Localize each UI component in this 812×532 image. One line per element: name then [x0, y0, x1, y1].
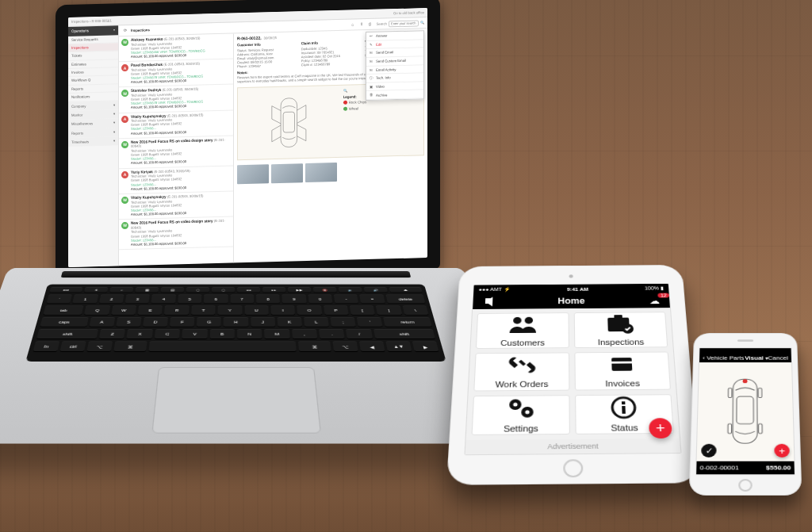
key[interactable]: ▤: [161, 287, 185, 293]
key[interactable]: O: [297, 305, 323, 315]
key[interactable]: ⌥: [332, 341, 358, 351]
key[interactable]: ⌥: [87, 341, 113, 351]
key[interactable]: ◀: [359, 341, 385, 351]
key[interactable]: ☼: [109, 287, 133, 293]
key[interactable]: M: [264, 329, 289, 339]
key[interactable]: fn: [33, 341, 59, 351]
key[interactable]: C: [155, 329, 181, 339]
key[interactable]: X: [127, 329, 153, 339]
key[interactable]: T: [191, 305, 216, 315]
back-button[interactable]: [477, 297, 499, 308]
upload-icon[interactable]: ⇪: [358, 21, 364, 27]
tile-settings[interactable]: Settings: [472, 395, 570, 435]
list-item[interactable]: WVitaliy Kupchynskyy (E-201-00543, 30/09…: [119, 191, 233, 220]
key[interactable]: 2: [99, 294, 124, 304]
key[interactable]: Y: [218, 305, 242, 315]
key[interactable]: ⌘: [298, 341, 331, 351]
phone-home-button[interactable]: [738, 479, 753, 492]
tile-invoices[interactable]: Invoices: [574, 352, 671, 390]
home-icon[interactable]: ⌂: [350, 21, 355, 27]
back-button[interactable]: ‹ Vehicle Parts: [703, 354, 744, 361]
search-input[interactable]: [389, 20, 419, 27]
magnifier-icon[interactable]: 🔍: [343, 89, 347, 94]
list-item[interactable]: WNew 2016 Ford Focus RS on video design …: [119, 136, 233, 169]
list-item[interactable]: WAleksey Kuznenko (E-201-00543, 30/09/15…: [119, 33, 233, 62]
nav-title[interactable]: Visual: [745, 354, 768, 361]
key[interactable]: 🔊: [363, 287, 387, 293]
vehicle-diagram[interactable]: ✓ +: [697, 362, 795, 461]
key[interactable]: \: [402, 305, 428, 315]
key[interactable]: K: [277, 317, 302, 327]
laptop-keyboard[interactable]: esc☀☼▦▤◌◌◂◂▸▸▶▶🔇🔉🔊⏏`1234567890-=deleteta…: [25, 285, 446, 362]
key[interactable]: .: [319, 329, 345, 339]
menu-item-archive[interactable]: 🗑Archive: [366, 90, 423, 101]
print-icon[interactable]: ⎙: [367, 21, 373, 27]
key[interactable]: esc: [49, 287, 82, 293]
key[interactable]: [148, 341, 297, 351]
key[interactable]: ]: [376, 305, 402, 315]
key[interactable]: W: [111, 305, 136, 315]
key[interactable]: 6: [204, 294, 228, 304]
tablet-home-button[interactable]: [563, 459, 583, 477]
key[interactable]: ;: [331, 317, 356, 327]
key[interactable]: [: [350, 305, 375, 315]
thumbnail[interactable]: [305, 163, 337, 182]
key[interactable]: B: [209, 329, 235, 339]
key[interactable]: G: [197, 317, 221, 327]
list-item[interactable]: WNew 2016 Ford Focus RS on video design …: [119, 216, 233, 250]
key[interactable]: P: [324, 305, 349, 315]
key[interactable]: /: [347, 329, 373, 339]
key[interactable]: F: [170, 317, 195, 327]
search-icon[interactable]: 🔍: [420, 21, 424, 25]
sync-button[interactable]: ☁12: [643, 296, 665, 306]
key[interactable]: `: [46, 294, 72, 304]
key[interactable]: ctrl: [59, 341, 86, 351]
sidebar-section-timesheets[interactable]: Timesheets▾: [68, 136, 118, 147]
key[interactable]: S: [116, 317, 141, 327]
key[interactable]: Q: [84, 305, 110, 315]
key[interactable]: 🔇: [313, 287, 337, 293]
key[interactable]: ▶: [412, 341, 439, 351]
list-item[interactable]: WStanislav Dudnyk (E-201-00543, 30/09/15…: [119, 85, 233, 113]
key[interactable]: ▶▶: [288, 287, 312, 293]
key[interactable]: 3: [125, 294, 150, 304]
inspection-list[interactable]: WAleksey Kuznenko (E-201-00543, 30/09/15…: [119, 33, 234, 266]
key[interactable]: E: [138, 305, 163, 315]
thumbnail[interactable]: [237, 164, 269, 184]
key[interactable]: ◌: [212, 287, 235, 293]
key[interactable]: ☀: [84, 287, 108, 293]
key[interactable]: ▲▼: [385, 341, 412, 351]
key[interactable]: shift: [36, 329, 98, 339]
key[interactable]: N: [237, 329, 262, 339]
key[interactable]: ◌: [186, 287, 209, 293]
key[interactable]: ': [357, 317, 383, 327]
key[interactable]: A: [89, 317, 115, 327]
key[interactable]: 7: [230, 294, 254, 304]
old-backoffice-link[interactable]: Go to old back office: [393, 10, 424, 15]
list-item[interactable]: AVitaliy Kupchynskyy (E-201-00543, 30/09…: [119, 110, 233, 139]
fab-add-button[interactable]: +: [649, 418, 672, 438]
action-menu[interactable]: ↩Answer✎Edit✉Send Email✉Send Custom Emai…: [366, 30, 424, 101]
key[interactable]: return: [384, 317, 432, 327]
tile-inspections[interactable]: Inspections: [574, 312, 668, 348]
key[interactable]: ⌘: [114, 341, 147, 351]
key[interactable]: ⏏: [389, 287, 422, 293]
key[interactable]: J: [251, 317, 275, 327]
key[interactable]: D: [143, 317, 168, 327]
tile-customers[interactable]: Customers: [476, 312, 569, 349]
key[interactable]: 0: [308, 294, 332, 304]
key[interactable]: 5: [178, 294, 202, 304]
key[interactable]: =: [359, 294, 385, 304]
key[interactable]: H: [224, 317, 248, 327]
key[interactable]: Z: [99, 329, 126, 339]
key[interactable]: 1: [72, 294, 98, 304]
key[interactable]: shift: [373, 329, 435, 339]
laptop-trackpad[interactable]: [151, 367, 321, 434]
key[interactable]: 8: [256, 294, 280, 304]
key[interactable]: delete: [385, 294, 426, 304]
fab-add-button[interactable]: +: [774, 444, 790, 457]
refresh-icon[interactable]: ⟳: [122, 28, 128, 33]
key[interactable]: U: [244, 305, 269, 315]
key[interactable]: I: [270, 305, 295, 315]
key[interactable]: 4: [151, 294, 176, 304]
